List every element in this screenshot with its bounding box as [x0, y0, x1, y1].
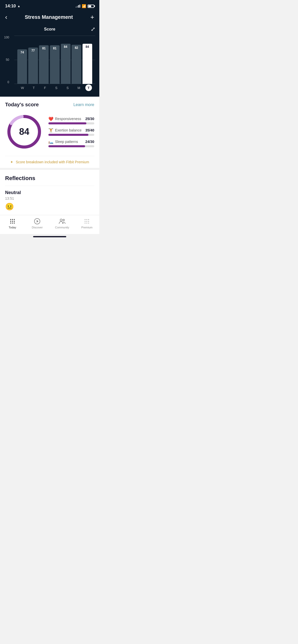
status-icons: 📶: [76, 4, 94, 8]
svg-point-19: [85, 221, 86, 222]
back-button[interactable]: ‹: [5, 14, 7, 20]
premium-banner[interactable]: ✦ Score breakdown included with Fitbit P…: [5, 156, 94, 168]
x-label-s1: S: [51, 86, 61, 90]
svg-point-10: [12, 223, 13, 224]
sleep-bar: 🛏️ Sleep patterns 24/30: [48, 139, 94, 147]
discover-icon: [34, 218, 41, 225]
svg-point-21: [88, 221, 89, 222]
bar-value-s2: 84: [64, 45, 67, 49]
sleep-header: 🛏️ Sleep patterns 24/30: [48, 139, 94, 144]
responsiveness-bar: ❤️ Responsiveness 25/30: [48, 116, 94, 124]
premium-label: Premium: [81, 226, 92, 229]
svg-point-16: [85, 219, 86, 220]
svg-point-3: [10, 219, 11, 220]
svg-point-24: [88, 223, 89, 224]
x-label-t2-active: T: [85, 84, 92, 91]
responsiveness-label-group: ❤️ Responsiveness: [48, 116, 81, 121]
donut-value: 84: [19, 126, 29, 137]
exertion-label: Exertion balance: [55, 128, 82, 132]
page-title: Stress Management: [25, 14, 73, 20]
chart-container: 100 50 0 74 77: [4, 36, 95, 92]
exertion-icon: 🏋️: [48, 128, 53, 133]
nav-item-today[interactable]: Today: [0, 218, 25, 229]
bar-s1[interactable]: 81: [50, 45, 60, 84]
svg-point-9: [10, 223, 11, 224]
responsiveness-fill: [48, 122, 86, 124]
exertion-header: 🏋️ Exertion balance 35/40: [48, 128, 94, 133]
svg-point-8: [14, 221, 15, 222]
bar-group-w: 74: [17, 49, 27, 84]
svg-point-20: [87, 221, 87, 222]
wifi-icon: 📶: [82, 4, 86, 8]
chart-section: Score ⤢ 100 50 0 74 77: [0, 24, 99, 97]
reflections-title: Reflections: [5, 175, 94, 182]
x-label-s2: S: [63, 86, 72, 90]
score-section-title: Today's score: [5, 102, 39, 108]
exertion-label-group: 🏋️ Exertion balance: [48, 128, 82, 133]
today-icon: [9, 218, 16, 225]
community-icon: [59, 218, 66, 225]
svg-point-11: [14, 223, 15, 224]
bar-group-s2: 84: [61, 44, 71, 84]
exertion-bar: 🏋️ Exertion balance 35/40: [48, 128, 94, 136]
bar-w[interactable]: 74: [17, 49, 27, 84]
premium-icon: [83, 218, 90, 225]
bar-group-t1: 77: [28, 48, 38, 84]
expand-icon[interactable]: ⤢: [91, 26, 95, 33]
add-button[interactable]: +: [90, 14, 94, 20]
bar-value-m: 82: [75, 46, 78, 50]
svg-point-7: [12, 221, 13, 222]
chart-header: Score ⤢: [4, 27, 95, 32]
x-label-w: W: [18, 86, 27, 90]
x-label-f: F: [40, 86, 50, 90]
y-label-100: 100: [4, 36, 9, 39]
exertion-track: [48, 134, 94, 136]
svg-point-14: [60, 219, 62, 221]
bar-value-t1: 77: [31, 49, 35, 52]
svg-point-4: [12, 219, 13, 220]
nav-item-community[interactable]: Community: [50, 218, 75, 229]
signal-icon: [76, 5, 80, 8]
responsiveness-track: [48, 122, 94, 124]
home-indicator: [33, 236, 66, 237]
reflection-time: 13:51: [5, 196, 94, 200]
location-icon: ▲: [17, 4, 20, 8]
nav-item-discover[interactable]: Discover: [25, 218, 50, 229]
y-axis-labels: 100 50 0: [4, 36, 11, 84]
svg-point-5: [14, 219, 15, 220]
score-content: 84 ❤️ Responsiveness 25/30: [5, 113, 94, 156]
responsiveness-header: ❤️ Responsiveness 25/30: [48, 116, 94, 121]
x-label-m: M: [74, 86, 84, 90]
bar-t2[interactable]: 84: [83, 44, 92, 84]
bar-value-f: 81: [42, 47, 46, 50]
nav-header: ‹ Stress Management +: [0, 11, 99, 24]
y-label-0: 0: [7, 80, 9, 84]
reflections-section: Reflections Neutral 13:51 😐: [0, 168, 99, 215]
bar-group-t2: 84: [83, 44, 92, 84]
bar-m[interactable]: 82: [72, 45, 81, 84]
responsiveness-label: Responsiveness: [55, 117, 81, 121]
bar-value-w: 74: [21, 51, 24, 54]
bar-f[interactable]: 81: [39, 45, 49, 84]
learn-more-link[interactable]: Learn more: [73, 103, 94, 107]
sleep-fill: [48, 145, 85, 147]
bar-group-f: 81: [39, 45, 49, 84]
score-header: Today's score Learn more: [5, 102, 94, 108]
reflection-item[interactable]: Neutral 13:51 😐: [5, 186, 94, 215]
bars-area: 74 77 81 81: [14, 36, 95, 84]
bar-t1[interactable]: 77: [28, 48, 38, 84]
bar-value-t2: 84: [86, 45, 89, 49]
premium-text: ✦ Score breakdown included with Fitbit P…: [10, 160, 89, 164]
svg-point-22: [85, 223, 86, 224]
sleep-icon: 🛏️: [48, 139, 53, 144]
sleep-value: 24/30: [85, 140, 94, 144]
svg-point-17: [87, 219, 87, 220]
bar-s2[interactable]: 84: [61, 44, 71, 84]
chart-title: Score: [44, 27, 55, 32]
premium-sparkle-icon: ✦: [10, 160, 13, 164]
bar-group-s1: 81: [50, 45, 60, 84]
nav-item-premium[interactable]: Premium: [75, 218, 100, 229]
bar-value-s1: 81: [53, 47, 56, 50]
main-content: Today's score Learn more 84: [0, 97, 99, 215]
community-label: Community: [55, 226, 69, 229]
